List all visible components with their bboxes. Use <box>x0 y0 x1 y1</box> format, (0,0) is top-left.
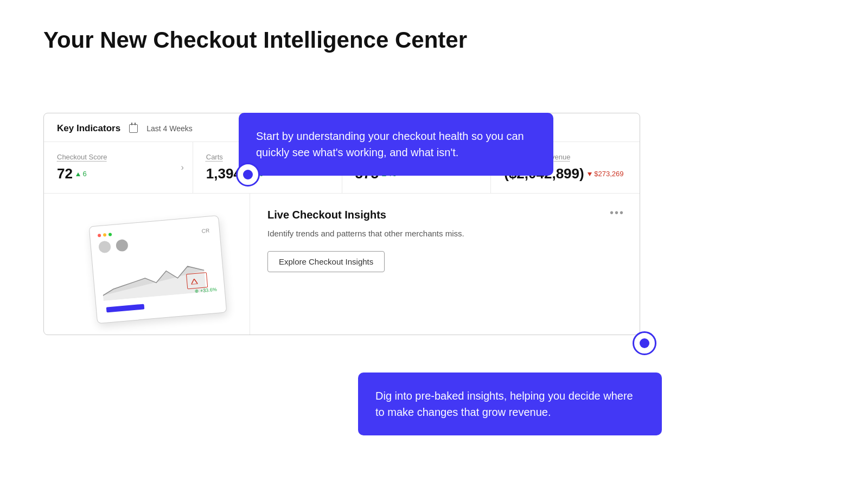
insight-description: Identify trends and patterns that other … <box>267 229 622 238</box>
dot-red <box>97 234 101 237</box>
dot-yellow <box>103 233 106 237</box>
illustration-area: CR ⊕ +33.6% <box>44 194 250 335</box>
metric-cell-checkout-score[interactable]: Checkout Score 72 6 › <box>44 142 193 193</box>
explore-checkout-insights-button[interactable]: Explore Checkout Insights <box>267 251 385 272</box>
mini-circle-2 <box>115 239 128 252</box>
insight-area: ••• Live Checkout Insights Identify tren… <box>250 194 640 335</box>
red-triangle-indicator <box>190 277 198 287</box>
metric-number-checkout-score: 72 <box>57 165 73 182</box>
date-range-label: Last 4 Weeks <box>146 124 193 133</box>
svg-marker-1 <box>190 279 197 285</box>
dashboard-illustration: CR ⊕ +33.6% <box>88 215 227 324</box>
arrow-up-icon <box>76 172 80 176</box>
cr-label: CR <box>201 227 209 234</box>
blue-bar <box>106 304 144 312</box>
page-title: Your New Checkout Intelligence Center <box>43 27 825 53</box>
chevron-right-icon: › <box>181 163 183 172</box>
card-bottom: CR ⊕ +33.6% <box>44 194 640 335</box>
more-options-icon[interactable]: ••• <box>610 207 624 219</box>
metric-change-checkout-score: 6 <box>76 170 87 178</box>
insight-title: Live Checkout Insights <box>267 209 622 221</box>
green-percent-label: ⊕ +33.6% <box>194 287 217 294</box>
metric-value-checkout-score: 72 6 <box>57 165 180 182</box>
mini-circle-1 <box>98 240 111 253</box>
key-indicators-title: Key Indicators <box>57 123 120 134</box>
dot-green <box>108 233 112 236</box>
main-container: Start by understanding your checkout hea… <box>43 113 640 335</box>
pointer-circle-top <box>236 163 260 187</box>
metric-change-value-checkout-score: 6 <box>83 170 87 178</box>
tooltip-top: Start by understanding your checkout hea… <box>239 113 553 176</box>
tooltip-bottom: Dig into pre-baked insights, helping you… <box>358 373 662 435</box>
metric-change-abandoned-revenue: $273,269 <box>588 170 624 178</box>
pointer-circle-bottom <box>633 331 656 355</box>
arrow-down-revenue-icon <box>588 172 592 176</box>
metric-change-value-abandoned-revenue: $273,269 <box>594 170 623 178</box>
calendar-icon <box>129 124 138 133</box>
metric-label-checkout-score: Checkout Score <box>57 153 180 161</box>
